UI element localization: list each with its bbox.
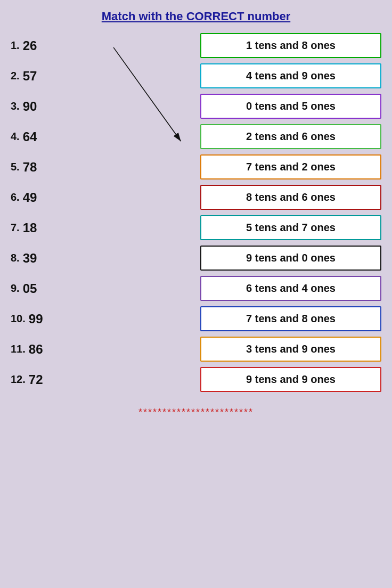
- item-number: 18: [23, 220, 37, 235]
- answer-box: 0 tens and 5 ones: [200, 94, 381, 119]
- item-index: 9.: [11, 282, 20, 295]
- list-item-left: 12.72: [11, 372, 75, 387]
- table-row: 3.900 tens and 5 ones: [11, 94, 381, 119]
- table-row: 6.498 tens and 6 ones: [11, 185, 381, 210]
- list-item-left: 4.64: [11, 129, 75, 144]
- item-number: 90: [23, 99, 37, 114]
- answer-box: 3 tens and 9 ones: [200, 337, 381, 362]
- item-number: 86: [29, 342, 43, 357]
- answer-box: 7 tens and 8 ones: [200, 306, 381, 331]
- answer-box: 9 tens and 9 ones: [200, 367, 381, 392]
- list-item-left: 3.90: [11, 99, 75, 114]
- item-number: 99: [29, 312, 43, 326]
- table-row: 4.642 tens and 6 ones: [11, 124, 381, 149]
- answer-box: 9 tens and 0 ones: [200, 246, 381, 271]
- table-row: 11.863 tens and 9 ones: [11, 337, 381, 362]
- item-index: 4.: [11, 130, 20, 143]
- list-item-left: 10.99: [11, 312, 75, 326]
- table-row: 8.399 tens and 0 ones: [11, 246, 381, 271]
- item-index: 3.: [11, 100, 20, 112]
- table-row: 2.574 tens and 9 ones: [11, 63, 381, 88]
- item-number: 64: [23, 129, 37, 144]
- item-number: 78: [23, 160, 37, 175]
- item-number: 57: [23, 69, 37, 84]
- table-row: 12.729 tens and 9 ones: [11, 367, 381, 392]
- content-area: 1.261 tens and 8 ones2.574 tens and 9 on…: [11, 33, 381, 397]
- answer-box: 8 tens and 6 ones: [200, 185, 381, 210]
- table-row: 5.787 tens and 2 ones: [11, 154, 381, 179]
- item-index: 1.: [11, 39, 20, 52]
- list-item-left: 8.39: [11, 251, 75, 266]
- table-row: 7.185 tens and 7 ones: [11, 215, 381, 240]
- list-item-left: 11.86: [11, 342, 75, 357]
- item-number: 26: [23, 38, 37, 53]
- answer-box: 6 tens and 4 ones: [200, 276, 381, 301]
- table-row: 1.261 tens and 8 ones: [11, 33, 381, 58]
- list-item-left: 5.78: [11, 160, 75, 175]
- item-index: 5.: [11, 161, 20, 173]
- item-index: 7.: [11, 222, 20, 234]
- list-item-left: 2.57: [11, 69, 75, 84]
- answer-box: 5 tens and 7 ones: [200, 215, 381, 240]
- answer-box: 4 tens and 9 ones: [200, 63, 381, 88]
- item-index: 6.: [11, 191, 20, 203]
- answer-box: 1 tens and 8 ones: [200, 33, 381, 58]
- item-index: 2.: [11, 70, 20, 82]
- footer-stars: ************************: [138, 407, 254, 418]
- page-title: Match with the CORRECT number: [102, 10, 290, 23]
- list-item-left: 7.18: [11, 220, 75, 235]
- item-number: 49: [23, 190, 37, 205]
- item-number: 05: [23, 281, 37, 296]
- item-index: 12.: [11, 373, 26, 386]
- answer-box: 7 tens and 2 ones: [200, 154, 381, 179]
- list-item-left: 6.49: [11, 190, 75, 205]
- item-number: 39: [23, 251, 37, 266]
- item-index: 10.: [11, 313, 26, 325]
- item-index: 8.: [11, 252, 20, 264]
- table-row: 9.056 tens and 4 ones: [11, 276, 381, 301]
- list-item-left: 9.05: [11, 281, 75, 296]
- table-row: 10.997 tens and 8 ones: [11, 306, 381, 331]
- list-item-left: 1.26: [11, 38, 75, 53]
- answer-box: 2 tens and 6 ones: [200, 124, 381, 149]
- item-number: 72: [29, 372, 43, 387]
- rows-container: 1.261 tens and 8 ones2.574 tens and 9 on…: [11, 33, 381, 392]
- item-index: 11.: [11, 343, 26, 355]
